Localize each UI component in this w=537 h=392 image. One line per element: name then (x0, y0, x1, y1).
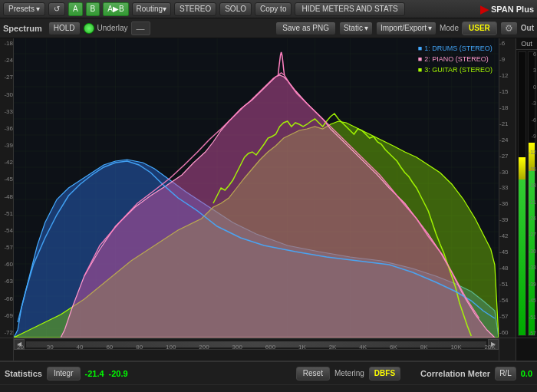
mode-label: Mode (440, 24, 459, 32)
hold-button[interactable]: HOLD (48, 21, 81, 35)
stats-bottom-row: Max Crest Factor 3.5 4.3 True Peak Clipp… (0, 385, 537, 392)
legend: ■ 1: DRUMS (STEREO) ■ 2: PIANO (STEREO) … (418, 43, 493, 75)
legend-guitar: ■ 3: GUITAR (STEREO) (418, 64, 493, 75)
vu-meters: Out 6 3 0 -3 -6 -9 -12 -15 -18 (516, 38, 537, 338)
integr-value-2: -20.9 (109, 369, 128, 378)
dbfs-button[interactable]: DBFS (369, 367, 400, 380)
hide-meters-button[interactable]: HIDE METERS AND STATS (295, 2, 404, 16)
vu-meter-area: 6 3 0 -3 -6 -9 -12 -15 -18 -21 -24 -27 -… (516, 50, 537, 338)
app-logo: ▶ SPAN Plus (480, 3, 534, 15)
import-export-button[interactable]: Import/Export ▾ (376, 21, 437, 35)
static-arrow-icon: ▾ (364, 24, 368, 32)
presets-label: Presets (8, 5, 35, 13)
legend-drums: ■ 1: DRUMS (STEREO) (418, 43, 493, 54)
statistics-label: Statistics (5, 369, 42, 378)
reset-button[interactable]: Reset (296, 367, 330, 380)
save-png-button[interactable]: Save as PNG (275, 21, 336, 35)
legend-piano: ■ 2: PIANO (STEREO) (418, 54, 493, 64)
spectrum-area[interactable]: ■ 1: DRUMS (STEREO) ■ 2: PIANO (STEREO) … (14, 38, 499, 338)
integr-tab[interactable]: Integr (47, 367, 81, 380)
refresh-button[interactable]: ↺ (48, 2, 65, 16)
out-label: Out (521, 24, 534, 32)
presets-button[interactable]: Presets ▾ (3, 2, 45, 16)
solo-button[interactable]: SOLO (219, 2, 252, 16)
static-button[interactable]: Static ▾ (339, 21, 373, 35)
app-title: SPAN Plus (491, 5, 534, 14)
vu-db-scale: 6 3 0 -3 -6 -9 -12 -15 -18 -21 -24 -27 -… (528, 51, 537, 336)
correlation-meter-label: Correlation Meter (420, 369, 490, 378)
vu-bar-left (518, 51, 526, 336)
second-toolbar: Spectrum HOLD Underlay — Save as PNG Sta… (0, 18, 537, 38)
vu-fill-green-left (519, 180, 525, 335)
underlay-dash-button[interactable]: — (131, 21, 150, 35)
correlation-value: 0.0 (521, 369, 532, 378)
a-button[interactable]: A (68, 2, 83, 16)
underlay-label: Underlay (97, 24, 128, 32)
ab-button[interactable]: A▶B (103, 2, 128, 16)
settings-gear-button[interactable]: ⚙ (500, 21, 518, 35)
active-indicator (84, 23, 94, 34)
import-arrow-icon: ▾ (428, 24, 432, 32)
static-label: Static (344, 24, 363, 32)
import-export-label: Import/Export (381, 24, 427, 32)
copy-to-button[interactable]: Copy to (255, 2, 292, 16)
rl-button[interactable]: R/L (495, 367, 516, 380)
integr-value-1: -21.4 (85, 369, 104, 378)
right-db-scale: -6 -9 -12 -15 -18 -21 -24 -27 -30 -33 -3… (499, 38, 516, 338)
vu-out-label: Out (516, 38, 537, 50)
routing-label: Routing (137, 5, 163, 13)
presets-arrow-icon: ▾ (36, 5, 40, 13)
metering-label: Metering (334, 369, 364, 377)
b-button[interactable]: B (86, 2, 100, 16)
stats-top-row: Statistics Integr -21.4 -20.9 Reset Mete… (0, 362, 537, 385)
main-area: -18 -24 -27 -30 -33 -36 -39 -42 -45 -48 … (0, 38, 537, 338)
user-mode-button[interactable]: USER (462, 21, 497, 35)
spectrum-label: Spectrum (3, 24, 42, 33)
left-db-scale: -18 -24 -27 -30 -33 -36 -39 -42 -45 -48 … (0, 38, 14, 338)
freq-axis: ◀ ▶ 20 30 40 60 80 100 200 300 600 1K 2K… (14, 338, 499, 352)
routing-button[interactable]: Routing ▾ (132, 2, 171, 16)
vu-fill-yellow-left (519, 157, 525, 180)
stereo-button[interactable]: STEREO (174, 2, 216, 16)
routing-arrow-icon: ▾ (163, 5, 166, 13)
bottom-stats: Statistics Integr -21.4 -20.9 Reset Mete… (0, 361, 537, 392)
spectrum-svg (14, 38, 499, 338)
top-toolbar: Presets ▾ ↺ A B A▶B Routing ▾ STEREO SOL… (0, 0, 537, 18)
